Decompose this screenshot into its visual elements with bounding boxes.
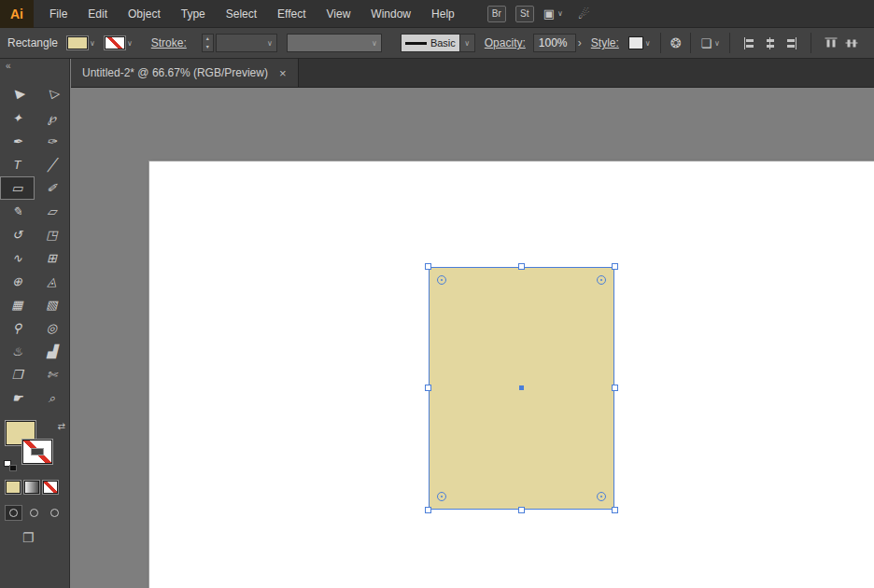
tool-eyedropper[interactable]: ⚲ [0, 316, 35, 340]
chevron-down-icon: ∨ [557, 9, 563, 18]
tool-type[interactable]: T [0, 153, 35, 176]
align-horizontal-center-button[interactable] [764, 37, 777, 49]
selection-handle-e[interactable] [612, 385, 618, 391]
style-swatch[interactable] [628, 36, 643, 49]
style-link[interactable]: Style: [591, 36, 619, 49]
selection-handle-n[interactable] [518, 263, 525, 270]
tool-symbol-sprayer[interactable]: ♨ [0, 340, 35, 363]
tool-lasso[interactable]: ℘ [35, 106, 69, 130]
tool-mesh[interactable]: ▦ [0, 293, 35, 316]
opacity-field[interactable]: 100% [533, 34, 576, 52]
chevron-down-icon: ∨ [372, 39, 377, 48]
stepper-up-icon[interactable]: ▴ [203, 35, 213, 43]
column-graph-icon: ▟ [48, 344, 57, 358]
selection-handle-w[interactable] [425, 385, 431, 391]
selection-handle-se[interactable] [612, 507, 618, 513]
selection-handle-nw[interactable] [425, 263, 431, 270]
menu-type[interactable]: Type [171, 0, 216, 28]
color-button[interactable] [6, 481, 21, 494]
align-vertical-top-button[interactable] [825, 36, 837, 49]
menu-effect[interactable]: Effect [267, 0, 316, 28]
align-horizontal-left-button[interactable] [743, 37, 756, 49]
selected-rectangle[interactable] [429, 267, 614, 510]
selection-handle-s[interactable] [518, 507, 525, 513]
tool-magic-wand[interactable]: ✦ [0, 106, 35, 130]
arrange-documents-button[interactable]: ▣ ∨ [543, 7, 563, 21]
tool-scale[interactable]: ◳ [35, 223, 69, 246]
menu-edit[interactable]: Edit [78, 0, 118, 28]
align-to-dropdown[interactable]: ❏ ∨ [700, 36, 720, 50]
tool-paintbrush[interactable]: ✐ [35, 176, 69, 200]
screen-mode-button[interactable]: ❐ [22, 530, 69, 545]
stroke-panel-link[interactable]: Stroke: [151, 36, 187, 49]
selection-handle-ne[interactable] [612, 263, 618, 270]
draw-inside-button[interactable] [46, 505, 63, 521]
stroke-weight-dropdown[interactable]: ∨ [216, 34, 277, 52]
fill-swatch[interactable] [67, 36, 88, 49]
brush-definition-dropdown[interactable]: Basic ∨ [401, 34, 475, 52]
stroke-color-indicator[interactable] [22, 440, 52, 464]
tool-curvature[interactable]: ✑ [35, 130, 69, 153]
brush-chevron-button[interactable]: ∨ [459, 35, 474, 51]
tool-free-transform[interactable]: ⊞ [35, 246, 69, 270]
align-vertical-center-button[interactable] [845, 36, 857, 49]
opacity-chevron-icon[interactable]: › [578, 36, 582, 49]
menu-help[interactable]: Help [421, 0, 465, 28]
graphic-style-dropdown[interactable]: ∨ [628, 36, 651, 49]
draw-normal-button[interactable] [5, 505, 22, 521]
bridge-button[interactable]: Br [487, 6, 506, 22]
tool-gradient[interactable]: ▧ [35, 293, 69, 316]
document-tab[interactable]: Untitled-2* @ 66.67% (RGB/Preview) × [71, 59, 299, 87]
tool-selection[interactable]: ▶ [0, 83, 35, 106]
collapse-panel-icon[interactable]: « [0, 59, 69, 76]
menu-select[interactable]: Select [216, 0, 267, 28]
menu-window[interactable]: Window [360, 0, 421, 28]
tool-perspective-grid[interactable]: ◬ [35, 270, 69, 293]
menu-object[interactable]: Object [118, 0, 171, 28]
opacity-link[interactable]: Opacity: [485, 36, 526, 49]
corner-radius-widget-ne[interactable] [597, 275, 606, 285]
center-point[interactable] [519, 385, 524, 390]
tool-eraser[interactable]: ▱ [35, 200, 69, 223]
stepper-down-icon[interactable]: ▾ [203, 43, 213, 51]
tool-blend[interactable]: ◎ [35, 316, 69, 340]
tool-slice[interactable]: ✄ [35, 363, 69, 386]
blend-icon: ◎ [47, 321, 57, 335]
stroke-weight-stepper[interactable]: ▴ ▾ [202, 34, 214, 52]
draw-behind-button[interactable] [25, 505, 43, 521]
tool-artboard[interactable]: ❒ [0, 363, 35, 386]
tool-rotate[interactable]: ↺ [0, 223, 35, 246]
canvas-area[interactable] [71, 88, 874, 588]
touch-workspace-icon[interactable]: ☄ [578, 7, 590, 21]
menu-file[interactable]: File [39, 0, 78, 28]
tool-hand[interactable]: ☛ [0, 386, 35, 410]
corner-radius-widget-sw[interactable] [437, 492, 446, 501]
tool-shaper[interactable]: ✎ [0, 200, 35, 223]
tool-rectangle[interactable]: ▭ [0, 176, 35, 200]
corner-radius-widget-se[interactable] [597, 492, 606, 501]
type-icon: T [14, 158, 21, 172]
selection-handle-sw[interactable] [425, 507, 431, 513]
tool-shape-builder[interactable]: ⊕ [0, 270, 35, 293]
stock-button[interactable]: St [515, 6, 534, 22]
align-horizontal-right-button[interactable] [784, 37, 797, 49]
stroke-color-dropdown[interactable]: ∨ [105, 36, 133, 49]
default-fill-stroke-icon[interactable] [4, 460, 17, 471]
tool-direct-selection[interactable]: ▷ [35, 83, 69, 106]
menu-view[interactable]: View [317, 0, 361, 28]
recolor-artwork-icon[interactable]: ❂ [670, 35, 682, 50]
none-button[interactable] [43, 481, 58, 494]
close-tab-icon[interactable]: × [279, 66, 287, 80]
chevron-down-icon: ∨ [127, 39, 133, 48]
tool-width[interactable]: ∿ [0, 246, 35, 270]
swap-fill-stroke-icon[interactable]: ⇄ [58, 421, 65, 431]
tool-pen[interactable]: ✒ [0, 130, 35, 153]
gradient-button[interactable] [24, 481, 39, 494]
tool-zoom[interactable]: ⌕ [35, 386, 69, 410]
stroke-none-swatch[interactable] [105, 36, 125, 49]
corner-radius-widget-nw[interactable] [437, 275, 446, 285]
tool-line-segment[interactable]: ╱ [35, 153, 69, 176]
tool-column-graph[interactable]: ▟ [35, 340, 69, 363]
fill-color-dropdown[interactable]: ∨ [67, 36, 95, 49]
width-profile-dropdown[interactable]: ∨ [287, 34, 382, 52]
